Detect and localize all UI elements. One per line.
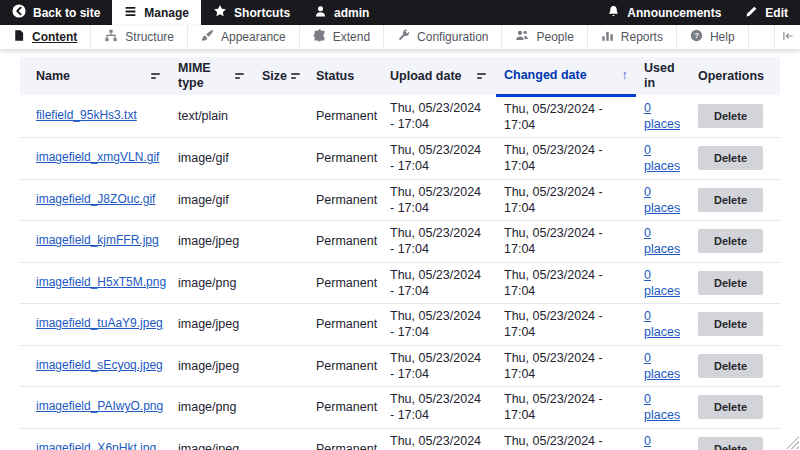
sitemap-icon	[104, 29, 118, 45]
admin-menu-bar: Content Structure Appearance Extend Conf…	[0, 25, 800, 49]
file-link[interactable]: imagefield_kjmFFR.jpg	[36, 233, 159, 247]
shortcuts-tab[interactable]: Shortcuts	[201, 0, 302, 25]
collapse-left-icon	[782, 30, 794, 45]
delete-button[interactable]: Delete	[698, 146, 763, 170]
back-to-site-button[interactable]: Back to site	[0, 0, 112, 25]
delete-button[interactable]: Delete	[698, 188, 763, 212]
table-row: filefield_95kHs3.txt text/plain Permanen…	[20, 95, 780, 138]
toolbar-orientation-toggle[interactable]	[774, 25, 800, 49]
changed-date-cell: Thu, 05/23/2024 - 17:04	[496, 345, 636, 387]
used-in-cell: 0 places	[636, 428, 690, 450]
used-in-link[interactable]: 0 places	[644, 267, 682, 300]
used-in-link[interactable]: 0 places	[644, 433, 682, 450]
sort-icon	[235, 73, 244, 79]
manage-tab[interactable]: Manage	[112, 0, 201, 25]
tab-structure-label: Structure	[125, 30, 174, 44]
changed-date-cell: Thu, 05/23/2024 - 17:04	[496, 95, 636, 138]
column-header-name[interactable]: Name	[20, 57, 170, 95]
delete-button[interactable]: Delete	[698, 312, 763, 336]
used-in-link[interactable]: 0 places	[644, 350, 682, 383]
admin-toolbar: Back to site Manage Shortcuts admin Anno…	[0, 0, 800, 25]
paintbrush-icon	[201, 29, 214, 45]
svg-text:?: ?	[694, 31, 699, 40]
tab-help-label: Help	[710, 30, 735, 44]
delete-button[interactable]: Delete	[698, 395, 763, 419]
file-link[interactable]: imagefield_J8ZOuc.gif	[36, 192, 155, 206]
size-cell	[254, 221, 308, 263]
announcements-button[interactable]: Announcements	[595, 0, 733, 25]
status-cell: Permanent	[308, 387, 382, 429]
operations-cell: Delete	[690, 428, 780, 450]
delete-button[interactable]: Delete	[698, 354, 763, 378]
file-link[interactable]: imagefield_sEcyoq.jpeg	[36, 358, 163, 372]
file-link[interactable]: imagefield_xmgVLN.gif	[36, 150, 159, 164]
used-in-cell: 0 places	[636, 304, 690, 346]
file-link[interactable]: imagefield_X6pHkt.jpg	[36, 441, 156, 450]
tab-configuration[interactable]: Configuration	[384, 25, 502, 49]
column-header-changed-date[interactable]: Changed date ↑	[496, 57, 636, 95]
used-in-link[interactable]: 0 places	[644, 225, 682, 258]
star-icon	[213, 4, 227, 21]
file-link[interactable]: imagefield_H5xT5M.png	[36, 275, 166, 289]
delete-button[interactable]: Delete	[698, 271, 763, 295]
status-header-label: Status	[316, 69, 354, 83]
upload-date-cell: Thu, 05/23/2024 - 17:04	[382, 179, 496, 221]
delete-button[interactable]: Delete	[698, 437, 763, 450]
size-cell	[254, 304, 308, 346]
tab-structure[interactable]: Structure	[91, 25, 188, 49]
used-in-cell: 0 places	[636, 138, 690, 180]
column-header-used-in: Used in	[636, 57, 690, 95]
file-link[interactable]: imagefield_tuAaY9.jpeg	[36, 316, 163, 330]
delete-button[interactable]: Delete	[698, 229, 763, 253]
table-row: imagefield_J8ZOuc.gif image/gif Permanen…	[20, 179, 780, 221]
used-in-cell: 0 places	[636, 262, 690, 304]
used-in-link[interactable]: 0 places	[644, 184, 682, 217]
edit-button[interactable]: Edit	[733, 0, 800, 25]
mime-type-cell: image/png	[170, 262, 254, 304]
sort-ascending-icon: ↑	[622, 67, 629, 83]
used-in-cell: 0 places	[636, 221, 690, 263]
tab-help[interactable]: ? Help	[677, 25, 749, 49]
name-cell: imagefield_kjmFFR.jpg	[20, 221, 170, 263]
table-row: imagefield_PAIwyO.png image/png Permanen…	[20, 387, 780, 429]
changed-date-cell: Thu, 05/23/2024 - 17:04	[496, 138, 636, 180]
used-in-link[interactable]: 0 places	[644, 142, 682, 175]
admin-user-tab[interactable]: admin	[302, 0, 381, 25]
changed-date-cell: Thu, 05/23/2024 - 17:04	[496, 179, 636, 221]
file-link[interactable]: imagefield_PAIwyO.png	[36, 399, 163, 413]
mime-header-label: MIME type	[178, 61, 231, 91]
operations-cell: Delete	[690, 179, 780, 221]
resize-handle[interactable]	[786, 436, 799, 449]
tab-appearance-label: Appearance	[221, 30, 286, 44]
tab-reports[interactable]: Reports	[588, 25, 677, 49]
shortcuts-label: Shortcuts	[234, 6, 290, 20]
back-arrow-icon	[12, 4, 26, 21]
changed-date-cell: Thu, 05/23/2024 - 17:04	[496, 262, 636, 304]
size-cell	[254, 387, 308, 429]
upload-date-cell: Thu, 05/23/2024 - 17:04	[382, 221, 496, 263]
used-in-link[interactable]: 0 places	[644, 391, 682, 424]
size-cell	[254, 179, 308, 221]
tab-extend[interactable]: Extend	[300, 25, 384, 49]
name-cell: imagefield_PAIwyO.png	[20, 387, 170, 429]
used-in-link[interactable]: 0 places	[644, 100, 682, 133]
tab-people[interactable]: People	[502, 25, 587, 49]
used-in-link[interactable]: 0 places	[644, 308, 682, 341]
column-header-size[interactable]: Size	[254, 57, 308, 95]
status-cell: Permanent	[308, 221, 382, 263]
column-header-upload-date[interactable]: Upload date	[382, 57, 496, 95]
user-icon	[314, 5, 327, 21]
size-cell	[254, 262, 308, 304]
name-cell: imagefield_tuAaY9.jpeg	[20, 304, 170, 346]
name-cell: imagefield_sEcyoq.jpeg	[20, 345, 170, 387]
changed-date-cell: Thu, 05/23/2024 - 17:04	[496, 428, 636, 450]
tab-appearance[interactable]: Appearance	[188, 25, 300, 49]
file-link[interactable]: filefield_95kHs3.txt	[36, 108, 137, 122]
tab-people-label: People	[536, 30, 573, 44]
files-table-body: filefield_95kHs3.txt text/plain Permanen…	[20, 95, 780, 450]
tab-content[interactable]: Content	[0, 25, 91, 49]
delete-button[interactable]: Delete	[698, 104, 763, 128]
operations-cell: Delete	[690, 387, 780, 429]
column-header-mime-type[interactable]: MIME type	[170, 57, 254, 95]
status-cell: Permanent	[308, 304, 382, 346]
